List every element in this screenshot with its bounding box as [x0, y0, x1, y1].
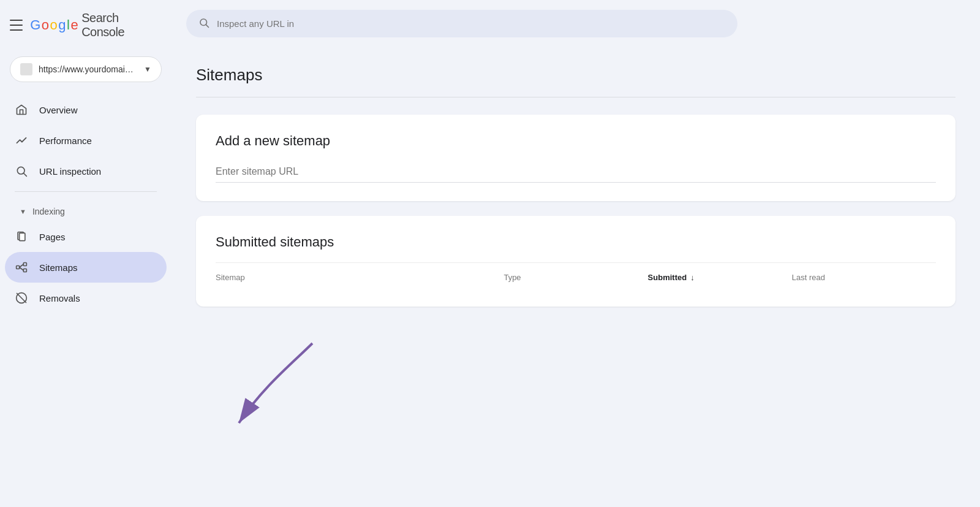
content-divider: [196, 97, 956, 97]
submitted-sitemaps-card: Submitted sitemaps Sitemap Type Submitte…: [196, 216, 956, 307]
content-area: Sitemaps Add a new sitemap Submitted sit…: [172, 47, 980, 507]
svg-line-11: [19, 295, 24, 300]
col-header-submitted[interactable]: Submitted ↓: [648, 273, 792, 282]
svg-line-13: [206, 25, 208, 27]
search-input[interactable]: [217, 18, 725, 29]
sidebar: Google Search Console https://www.yourdo…: [0, 0, 172, 507]
sidebar-item-url-inspection-label: URL inspection: [39, 166, 101, 177]
indexing-section[interactable]: ▼ Indexing: [5, 197, 167, 221]
add-sitemap-title: Add a new sitemap: [216, 133, 936, 149]
svg-rect-3: [20, 233, 25, 241]
svg-line-7: [20, 264, 24, 267]
sidebar-header: Google Search Console: [0, 0, 172, 50]
sidebar-item-pages-label: Pages: [39, 232, 66, 242]
table-header: Sitemap Type Submitted ↓ Last read: [216, 262, 936, 288]
home-icon: [15, 103, 28, 116]
sidebar-item-sitemaps-label: Sitemaps: [39, 262, 78, 273]
app-name: Search Console: [81, 11, 159, 39]
add-sitemap-card: Add a new sitemap: [196, 115, 956, 201]
sitemap-url-input[interactable]: [216, 161, 936, 183]
topbar-search-icon: [198, 17, 209, 30]
google-logo: Google Search Console: [30, 11, 159, 39]
svg-line-8: [20, 267, 24, 270]
domain-favicon: [20, 63, 32, 75]
sidebar-item-performance-label: Performance: [39, 135, 92, 146]
sidebar-item-url-inspection[interactable]: URL inspection: [5, 156, 167, 186]
sidebar-item-overview-label: Overview: [39, 105, 78, 115]
nav-items: Overview Performance URL inspection ▼ In: [0, 94, 172, 313]
domain-url: https://www.yourdomain....: [39, 64, 138, 74]
nav-divider: [15, 191, 157, 192]
sidebar-item-performance[interactable]: Performance: [5, 125, 167, 156]
removals-icon: [15, 291, 28, 305]
sidebar-item-sitemaps[interactable]: Sitemaps: [5, 252, 167, 283]
pages-icon: [15, 230, 28, 243]
col-header-type: Type: [503, 273, 647, 282]
col-header-lastread: Last read: [792, 273, 936, 282]
sidebar-item-removals[interactable]: Removals: [5, 283, 167, 313]
indexing-label: Indexing: [32, 207, 65, 216]
sidebar-item-overview[interactable]: Overview: [5, 94, 167, 125]
col-header-sitemap: Sitemap: [216, 273, 503, 282]
page-title: Sitemaps: [196, 66, 956, 85]
search-icon: [15, 164, 28, 178]
sidebar-item-pages[interactable]: Pages: [5, 221, 167, 252]
sitemaps-icon: [15, 261, 28, 274]
sort-arrow-icon: ↓: [690, 273, 695, 282]
svg-line-1: [24, 173, 27, 177]
expand-arrow-icon: ▼: [20, 208, 26, 215]
main-content: Sitemaps Add a new sitemap Submitted sit…: [172, 0, 980, 507]
top-bar: [172, 0, 980, 47]
chevron-down-icon: ▼: [144, 65, 151, 74]
performance-icon: [15, 134, 28, 147]
search-bar[interactable]: [186, 10, 737, 37]
submitted-sitemaps-title: Submitted sitemaps: [216, 234, 936, 250]
domain-selector[interactable]: https://www.yourdomain.... ▼: [10, 56, 162, 82]
hamburger-icon[interactable]: [10, 20, 23, 31]
sidebar-item-removals-label: Removals: [39, 293, 80, 303]
